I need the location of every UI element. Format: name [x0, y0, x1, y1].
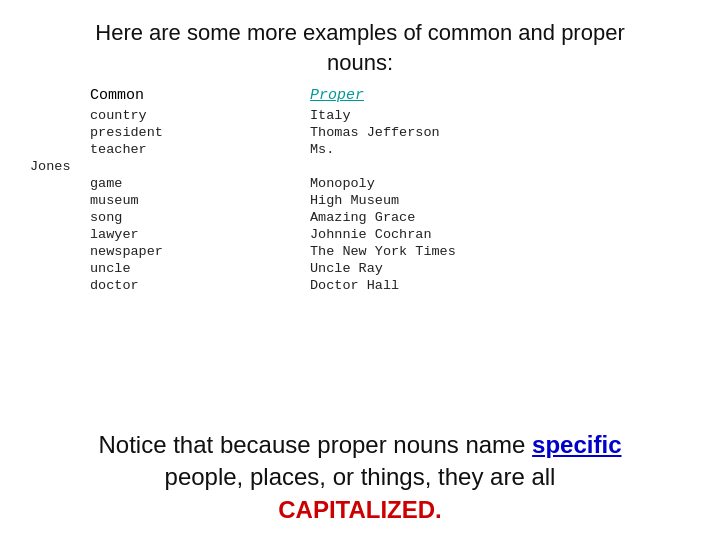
- common-word: doctor: [90, 278, 310, 293]
- common-word: teacher: [90, 142, 310, 157]
- noun-row: museumHigh Museum: [90, 193, 690, 208]
- noun-row: lawyerJohnnie Cochran: [90, 227, 690, 242]
- noun-row: gameMonopoly: [90, 176, 690, 191]
- jones-row: Jones: [90, 159, 690, 174]
- proper-word: Amazing Grace: [310, 210, 690, 225]
- noun-row: teacherMs.: [90, 142, 690, 157]
- specific-link[interactable]: specific: [532, 431, 621, 458]
- common-word: country: [90, 108, 310, 123]
- noun-row: newspaperThe New York Times: [90, 244, 690, 259]
- common-word: song: [90, 210, 310, 225]
- proper-word: The New York Times: [310, 244, 690, 259]
- proper-word: Ms.: [310, 142, 690, 157]
- common-word: newspaper: [90, 244, 310, 259]
- proper-word: Monopoly: [310, 176, 690, 191]
- footer-line1-before: Notice that because proper nouns name: [99, 431, 533, 458]
- proper-word: Doctor Hall: [310, 278, 690, 293]
- common-header: Common: [90, 87, 310, 104]
- noun-row: songAmazing Grace: [90, 210, 690, 225]
- common-word: game: [90, 176, 310, 191]
- jones-label: Jones: [30, 159, 71, 174]
- common-word: uncle: [90, 261, 310, 276]
- proper-word: Johnnie Cochran: [310, 227, 690, 242]
- common-word: museum: [90, 193, 310, 208]
- page-title: Here are some more examples of common an…: [30, 18, 690, 77]
- footer: Notice that because proper nouns name sp…: [30, 421, 690, 526]
- proper-header: Proper: [310, 87, 690, 104]
- proper-word: Italy: [310, 108, 690, 123]
- page: Here are some more examples of common an…: [0, 0, 720, 540]
- footer-line2: people, places, or things, they are all: [30, 461, 690, 493]
- footer-line3: CAPITALIZED.: [30, 494, 690, 526]
- common-word: president: [90, 125, 310, 140]
- noun-row: presidentThomas Jefferson: [90, 125, 690, 140]
- columns-header: Common Proper: [90, 87, 690, 104]
- proper-word: Thomas Jefferson: [310, 125, 690, 140]
- noun-row: uncleUncle Ray: [90, 261, 690, 276]
- common-word: lawyer: [90, 227, 310, 242]
- proper-word: High Museum: [310, 193, 690, 208]
- noun-row: doctorDoctor Hall: [90, 278, 690, 293]
- title-line2: nouns:: [327, 50, 393, 75]
- footer-line1: Notice that because proper nouns name sp…: [30, 429, 690, 461]
- noun-row: countryItaly: [90, 108, 690, 123]
- title-line1: Here are some more examples of common an…: [95, 20, 624, 45]
- proper-word: Uncle Ray: [310, 261, 690, 276]
- noun-rows: countryItalypresidentThomas Jeffersontea…: [90, 108, 690, 295]
